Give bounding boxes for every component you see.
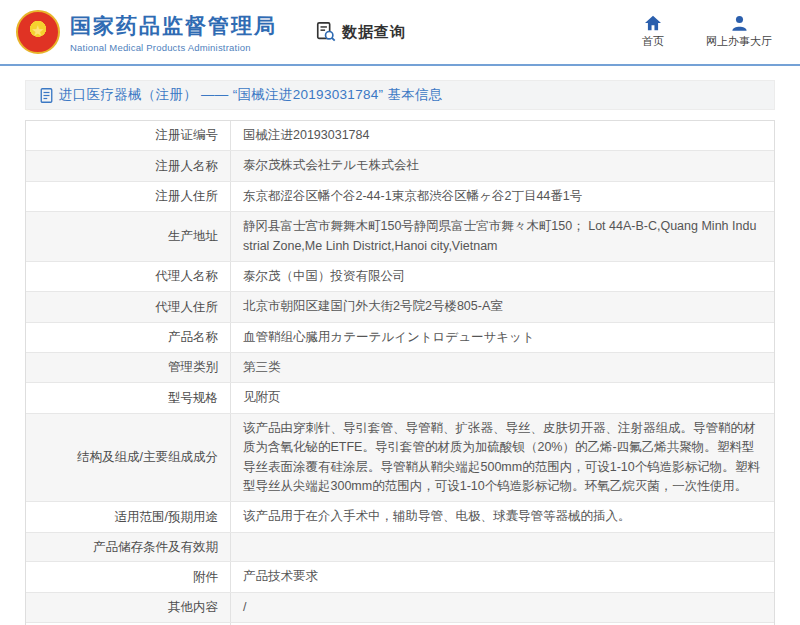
page: ★ 国家药品监督管理局 National Medical Products Ad…	[0, 0, 800, 625]
row-label: 注册证编号	[26, 121, 231, 150]
home-icon	[644, 15, 662, 31]
document-search-icon	[315, 21, 337, 43]
breadcrumb: 进口医疗器械（注册） —— “国械注进20193031784” 基本信息	[25, 80, 775, 110]
row-label: 附件	[26, 562, 231, 591]
row-label: 注册人住所	[26, 182, 231, 211]
row-value: 第三类	[231, 353, 774, 382]
table-row: 代理人住所北京市朝阳区建国门外大街2号院2号楼805-A室	[26, 292, 774, 322]
table-row: 生产地址静冈县富士宫市舞舞木町150号静岡県富士宮市舞々木町150； Lot 4…	[26, 212, 774, 262]
header-nav: 首页 网上办事大厅	[642, 15, 772, 49]
row-value: 东京都涩谷区幡个谷2-44-1東京都渋谷区幡ヶ谷2丁目44番1号	[231, 182, 774, 211]
table-row: 产品名称血管鞘组心臓用カテーテルイントロデューサキット	[26, 323, 774, 353]
row-value: 国械注进20193031784	[231, 121, 774, 150]
data-query-label: 数据查询	[342, 23, 406, 42]
row-label: 其他内容	[26, 593, 231, 622]
table-row: 注册证编号国械注进20193031784	[26, 121, 774, 151]
national-emblem-icon: ★	[16, 10, 60, 54]
org-name-cn: 国家药品监督管理局	[70, 12, 277, 40]
row-value: 该产品用于在介入手术中，辅助导管、电极、球囊导管等器械的插入。	[231, 502, 774, 531]
row-value: 北京市朝阳区建国门外大街2号院2号楼805-A室	[231, 292, 774, 321]
nav-home[interactable]: 首页	[642, 15, 664, 49]
row-label: 产品储存条件及有效期	[26, 533, 231, 562]
table-row: 结构及组成/主要组成成分该产品由穿刺针、导引套管、导管鞘、扩张器、导丝、皮肤切开…	[26, 414, 774, 503]
row-value: /	[231, 593, 774, 622]
table-row: 管理类别第三类	[26, 353, 774, 383]
site-header: ★ 国家药品监督管理局 National Medical Products Ad…	[0, 0, 800, 66]
row-label: 型号规格	[26, 383, 231, 412]
row-label: 结构及组成/主要组成成分	[26, 414, 231, 502]
table-row: 代理人名称泰尔茂（中国）投资有限公司	[26, 262, 774, 292]
user-icon	[731, 15, 748, 31]
nav-home-label: 首页	[642, 34, 664, 49]
row-label: 适用范围/预期用途	[26, 502, 231, 531]
table-row: 附件产品技术要求	[26, 562, 774, 592]
row-label: 注册人名称	[26, 151, 231, 180]
registration-info-table: 注册证编号国械注进20193031784注册人名称泰尔茂株式会社テルモ株式会社注…	[25, 120, 775, 625]
table-row: 产品储存条件及有效期	[26, 533, 774, 563]
row-value: 该产品由穿刺针、导引套管、导管鞘、扩张器、导丝、皮肤切开器、注射器组成。导管鞘的…	[231, 414, 774, 502]
data-query-tab[interactable]: 数据查询	[315, 21, 406, 43]
nmpa-logo[interactable]: ★ 国家药品监督管理局 National Medical Products Ad…	[16, 10, 277, 54]
org-name-en: National Medical Products Administration	[70, 42, 277, 53]
table-row: 适用范围/预期用途该产品用于在介入手术中，辅助导管、电极、球囊导管等器械的插入。	[26, 502, 774, 532]
row-value: 泰尔茂株式会社テルモ株式会社	[231, 151, 774, 180]
nav-online-hall-label: 网上办事大厅	[706, 34, 772, 49]
row-value: 泰尔茂（中国）投资有限公司	[231, 262, 774, 291]
document-icon	[40, 88, 53, 103]
table-row: 型号规格见附页	[26, 383, 774, 413]
org-names: 国家药品监督管理局 National Medical Products Admi…	[70, 12, 277, 53]
nav-online-hall[interactable]: 网上办事大厅	[706, 15, 772, 49]
row-label: 代理人名称	[26, 262, 231, 291]
row-value: 产品技术要求	[231, 562, 774, 591]
table-row: 注册人住所东京都涩谷区幡个谷2-44-1東京都渋谷区幡ヶ谷2丁目44番1号	[26, 182, 774, 212]
row-value: 血管鞘组心臓用カテーテルイントロデューサキット	[231, 323, 774, 352]
table-row: 注册人名称泰尔茂株式会社テルモ株式会社	[26, 151, 774, 181]
row-value: 静冈县富士宫市舞舞木町150号静岡県富士宮市舞々木町150； Lot 44A-B…	[231, 212, 774, 261]
row-label: 代理人住所	[26, 292, 231, 321]
table-row: 其他内容/	[26, 593, 774, 623]
row-label: 管理类别	[26, 353, 231, 382]
breadcrumb-text: 进口医疗器械（注册） —— “国械注进20193031784” 基本信息	[59, 86, 443, 104]
row-value: 见附页	[231, 383, 774, 412]
row-label: 产品名称	[26, 323, 231, 352]
row-value	[231, 533, 774, 562]
row-label: 生产地址	[26, 212, 231, 261]
